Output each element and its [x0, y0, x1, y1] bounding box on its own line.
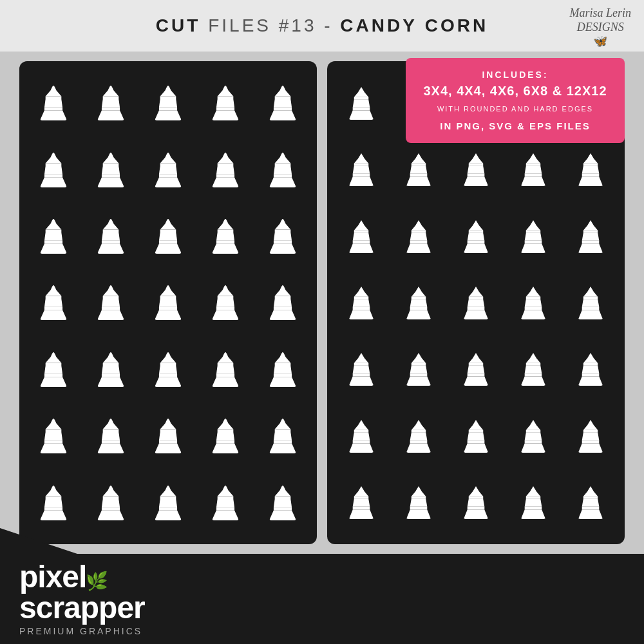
svg-rect-103	[524, 174, 542, 177]
candy-corn-right	[448, 270, 504, 335]
candy-corn-right	[505, 403, 561, 468]
candy-corn-left	[26, 204, 82, 269]
svg-rect-173	[354, 430, 368, 432]
svg-rect-111	[353, 240, 370, 243]
svg-rect-161	[469, 363, 483, 366]
candy-corn-right	[448, 137, 504, 202]
candy-corn-right	[334, 70, 390, 135]
svg-rect-91	[353, 174, 370, 177]
candy-corn-right	[448, 204, 504, 269]
candy-corn-left	[197, 403, 253, 468]
svg-rect-99	[468, 174, 485, 177]
candy-corn-left	[83, 403, 139, 468]
candy-corn-right	[334, 403, 390, 468]
sizes-info: 3X4, 4X4, 4X6, 6X8 & 12X12	[419, 84, 612, 99]
candy-corn-right	[391, 470, 447, 535]
svg-rect-139	[468, 307, 485, 310]
svg-rect-169	[583, 363, 597, 366]
candy-corn-left	[26, 337, 82, 402]
svg-rect-147	[582, 307, 599, 310]
candy-corn-left	[83, 70, 139, 135]
svg-rect-177	[412, 430, 426, 432]
svg-rect-95	[410, 174, 428, 177]
svg-rect-143	[524, 307, 542, 310]
candy-corn-left	[140, 470, 196, 535]
svg-rect-175	[410, 440, 428, 444]
candy-corn-right	[391, 204, 447, 269]
svg-rect-209	[583, 497, 597, 499]
candy-corn-left	[26, 70, 82, 135]
svg-rect-93	[354, 164, 368, 166]
candy-corn-right	[391, 337, 447, 402]
svg-rect-107	[582, 174, 599, 177]
candy-corn-right	[562, 204, 618, 269]
candy-corn-right	[391, 403, 447, 468]
footer-decoration	[0, 528, 77, 554]
header: CUT FILES #13 - CANDY CORN Marisa Lerin …	[0, 0, 644, 52]
formats-info: IN PNG, SVG & EPS FILES	[419, 120, 612, 131]
svg-rect-119	[468, 240, 485, 243]
logo-sub: DESIGNS	[569, 21, 631, 35]
svg-rect-195	[410, 507, 428, 510]
candy-corn-right	[505, 337, 561, 402]
svg-rect-137	[412, 297, 426, 299]
candy-corn-left	[83, 137, 139, 202]
candy-corn-left	[140, 337, 196, 402]
leaf-icon: 🌿	[86, 571, 108, 592]
candy-corn-left	[254, 70, 310, 135]
svg-rect-187	[582, 440, 599, 444]
svg-rect-117	[412, 230, 426, 232]
page-title: CUT FILES #13 - CANDY CORN	[156, 15, 488, 36]
footer-logo: pixel 🌿 scrapper premium graphics	[19, 562, 145, 636]
candy-corn-left	[140, 403, 196, 468]
candy-corn-left	[254, 403, 310, 468]
svg-rect-141	[469, 297, 483, 299]
candy-corn-left	[83, 204, 139, 269]
svg-rect-183	[524, 440, 542, 444]
svg-rect-115	[410, 240, 428, 243]
svg-rect-109	[583, 164, 597, 166]
logo-name: Marisa Lerin	[569, 6, 631, 21]
pixel-text: pixel	[19, 562, 86, 592]
candy-corn-left	[140, 137, 196, 202]
candy-corn-left	[197, 337, 253, 402]
candy-corn-right	[562, 470, 618, 535]
candy-corn-left	[26, 137, 82, 202]
candy-corn-left	[254, 204, 310, 269]
brand-logo: Marisa Lerin DESIGNS 🦋	[569, 6, 631, 48]
svg-rect-151	[353, 374, 370, 377]
svg-rect-181	[469, 430, 483, 432]
candy-corn-left	[26, 270, 82, 335]
edges-info: WITH ROUNDED AND HARD EDGES	[419, 105, 612, 113]
svg-rect-105	[526, 164, 540, 166]
candy-corn-left	[197, 204, 253, 269]
svg-rect-133	[354, 297, 368, 299]
candy-corn-left	[254, 337, 310, 402]
svg-rect-159	[468, 374, 485, 377]
svg-rect-73	[354, 97, 368, 99]
candy-corn-right	[334, 470, 390, 535]
candy-corn-right	[334, 270, 390, 335]
candy-corn-left	[197, 70, 253, 135]
svg-rect-125	[526, 230, 540, 232]
candy-corn-right	[334, 204, 390, 269]
svg-rect-197	[412, 497, 426, 499]
svg-rect-123	[524, 240, 542, 243]
candy-corn-left	[254, 270, 310, 335]
svg-rect-205	[526, 497, 540, 499]
candy-corn-right	[448, 470, 504, 535]
candy-corn-left	[83, 337, 139, 402]
svg-rect-149	[583, 297, 597, 299]
info-box: INCLUDES: 3X4, 4X4, 4X6, 6X8 & 12X12 WIT…	[406, 58, 625, 143]
candy-corn-right	[505, 204, 561, 269]
svg-rect-145	[526, 297, 540, 299]
svg-rect-167	[582, 374, 599, 377]
candy-corn-right	[562, 137, 618, 202]
footer: pixel 🌿 scrapper premium graphics	[0, 554, 644, 644]
candy-corn-right	[505, 137, 561, 202]
svg-rect-185	[526, 430, 540, 432]
svg-rect-165	[526, 363, 540, 366]
svg-rect-155	[410, 374, 428, 377]
candy-corn-left	[254, 137, 310, 202]
candy-corn-left	[140, 204, 196, 269]
